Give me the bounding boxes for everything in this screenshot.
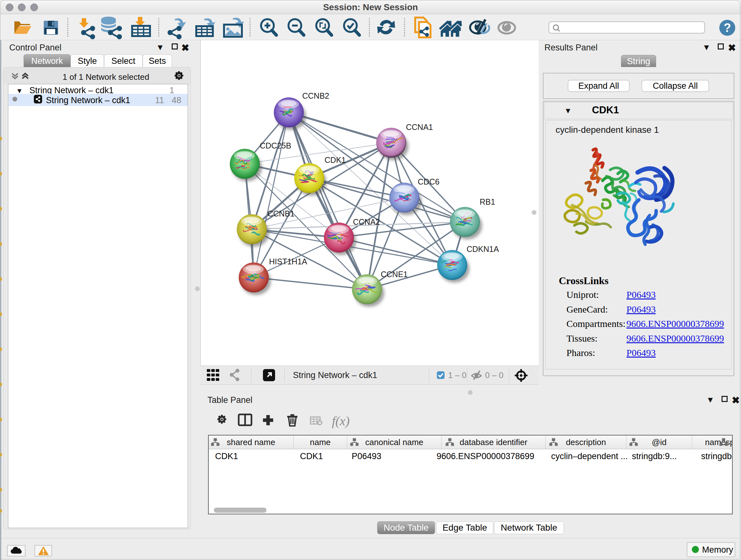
svg-text:CCNA1: CCNA1: [406, 123, 433, 132]
svg-text:CCNA2: CCNA2: [353, 217, 380, 226]
svg-text:HIST1H1A: HIST1H1A: [269, 257, 307, 266]
svg-text:CCNB2: CCNB2: [302, 91, 329, 100]
svg-text:CDKN1A: CDKN1A: [467, 245, 499, 253]
svg-text:CCNB1: CCNB1: [267, 209, 294, 218]
svg-text:f(x): f(x): [332, 414, 350, 428]
svg-text:RB1: RB1: [480, 197, 495, 206]
svg-text:CCNE1: CCNE1: [381, 270, 408, 279]
svg-text:?: ?: [724, 21, 731, 35]
svg-text:CDC6: CDC6: [418, 177, 440, 186]
svg-text:CDC25B: CDC25B: [260, 141, 291, 150]
svg-text:CDK1: CDK1: [325, 155, 346, 165]
